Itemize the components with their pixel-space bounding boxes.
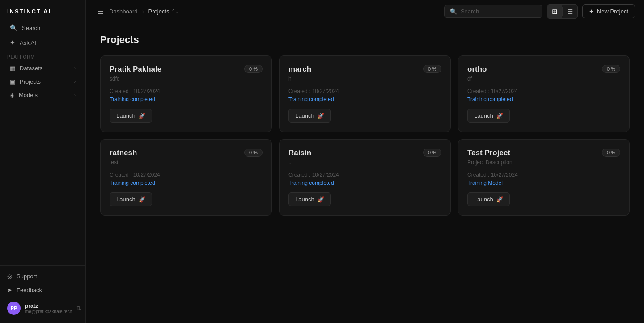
card-status-ortho: Training completed xyxy=(467,96,620,102)
app-logo: INSTINCT AI xyxy=(0,0,85,20)
card-title-raisin: Raisin xyxy=(288,149,311,157)
search-icon-topbar: 🔍 xyxy=(450,8,457,15)
launch-button-ratnesh[interactable]: Launch 🚀 xyxy=(110,192,152,206)
view-toggle: ⊞ ☰ xyxy=(547,4,578,19)
chevron-right-icon: › xyxy=(74,66,76,71)
topbar-right: 🔍 ⊞ ☰ ✦ New Project xyxy=(444,4,635,19)
card-header-test-project: Test Project 0 % xyxy=(467,149,620,157)
sidebar-item-models[interactable]: ◈ Models › xyxy=(3,89,83,102)
card-subtitle-ortho: df xyxy=(467,76,620,82)
card-header-ratnesh: ratnesh 0 % xyxy=(110,149,263,157)
card-badge-march: 0 % xyxy=(423,65,441,73)
card-header-ortho: ortho 0 % xyxy=(467,65,620,74)
project-card-ratnesh[interactable]: ratnesh 0 % test Created : 10/27/2024 Tr… xyxy=(100,139,272,216)
search-bar[interactable]: 🔍 xyxy=(444,5,542,18)
page-title: Projects xyxy=(100,34,630,46)
projects-icon: ▣ xyxy=(10,78,15,85)
chevron-right-icon-3: › xyxy=(74,93,76,98)
sidebar-item-datasets[interactable]: ▦ Datasets › xyxy=(3,62,83,75)
launch-label-pratik-pakhale: Launch xyxy=(116,112,136,119)
sidebar-item-search-label: Search xyxy=(22,25,40,31)
user-info: pratz me@pratikpakhale.tech xyxy=(25,303,72,314)
sidebar-item-support-label: Support xyxy=(17,273,37,280)
list-view-button[interactable]: ☰ xyxy=(563,5,577,18)
card-meta-ortho: Created : 10/27/2024 xyxy=(467,88,620,94)
card-badge-raisin: 0 % xyxy=(423,149,441,157)
card-badge-test-project: 0 % xyxy=(602,149,620,157)
breadcrumb-dashboard[interactable]: Dashboard xyxy=(109,8,138,15)
card-subtitle-test-project: Project Description xyxy=(467,159,620,166)
plus-icon: ✦ xyxy=(589,8,594,15)
search-input[interactable] xyxy=(461,8,537,15)
launch-button-test-project[interactable]: Launch 🚀 xyxy=(467,192,510,206)
card-meta-ratnesh: Created : 10/27/2024 xyxy=(110,172,263,178)
topbar: ☰ Dashboard › Projects ⌃⌄ 🔍 ⊞ ☰ ✦ New Pr… xyxy=(86,0,644,23)
launch-button-march[interactable]: Launch 🚀 xyxy=(288,109,331,123)
card-title-ortho: ortho xyxy=(467,65,487,74)
card-meta-march: Created : 10/27/2024 xyxy=(288,88,441,94)
breadcrumb-separator: › xyxy=(142,8,144,15)
datasets-icon: ▦ xyxy=(10,65,15,72)
main-content: ☰ Dashboard › Projects ⌃⌄ 🔍 ⊞ ☰ ✦ New Pr… xyxy=(86,0,644,323)
card-status-pratik-pakhale: Training completed xyxy=(110,96,263,102)
sidebar-toggle-button[interactable]: ☰ xyxy=(95,5,106,17)
card-title-ratnesh: ratnesh xyxy=(110,149,137,157)
sidebar-item-feedback[interactable]: ➤ Feedback xyxy=(0,283,85,297)
project-card-march[interactable]: march 0 % h Created : 10/27/2024 Trainin… xyxy=(279,55,451,132)
card-meta-raisin: Created : 10/27/2024 xyxy=(288,172,441,178)
new-project-label: New Project xyxy=(597,8,628,15)
feedback-icon: ➤ xyxy=(7,287,12,293)
launch-label-ortho: Launch xyxy=(474,112,493,119)
support-icon: ◎ xyxy=(7,273,12,280)
chevron-right-icon-2: › xyxy=(74,79,76,84)
launch-button-pratik-pakhale[interactable]: Launch 🚀 xyxy=(110,109,152,123)
sidebar-item-datasets-label: Datasets xyxy=(20,65,42,72)
card-subtitle-ratnesh: test xyxy=(110,159,263,166)
launch-button-raisin[interactable]: Launch 🚀 xyxy=(288,192,331,206)
sidebar-item-projects[interactable]: ▣ Projects › xyxy=(3,75,83,88)
launch-icon-march: 🚀 xyxy=(318,113,324,119)
project-card-test-project[interactable]: Test Project 0 % Project Description Cre… xyxy=(458,139,630,216)
project-card-pratik-pakhale[interactable]: Pratik Pakhale 0 % sdfd Created : 10/27/… xyxy=(100,55,272,132)
launch-icon-pratik-pakhale: 🚀 xyxy=(139,113,145,119)
launch-icon-ratnesh: 🚀 xyxy=(139,196,145,203)
models-icon: ◈ xyxy=(10,92,14,98)
card-subtitle-pratik-pakhale: sdfd xyxy=(110,76,263,82)
sidebar-item-ask-ai[interactable]: ✦ Ask AI xyxy=(3,35,83,50)
sidebar-bottom: ◎ Support ➤ Feedback PP pratz me@pratikp… xyxy=(0,265,85,323)
card-subtitle-raisin: .. xyxy=(288,159,441,166)
platform-section-label: Platform xyxy=(0,50,85,61)
sidebar-item-search[interactable]: 🔍 Search xyxy=(3,21,83,35)
user-email: me@pratikpakhale.tech xyxy=(25,309,72,314)
launch-button-ortho[interactable]: Launch 🚀 xyxy=(467,109,510,123)
launch-label-march: Launch xyxy=(295,112,314,119)
sidebar-item-projects-label: Projects xyxy=(20,78,41,85)
new-project-button[interactable]: ✦ New Project xyxy=(582,4,635,18)
card-title-pratik-pakhale: Pratik Pakhale xyxy=(110,65,161,74)
sidebar-item-models-label: Models xyxy=(19,92,38,98)
card-status-march: Training completed xyxy=(288,96,441,102)
card-header-pratik-pakhale: Pratik Pakhale 0 % xyxy=(110,65,263,74)
project-card-raisin[interactable]: Raisin 0 % .. Created : 10/27/2024 Train… xyxy=(279,139,451,216)
card-status-test-project: Training Model xyxy=(467,180,620,186)
card-badge-ratnesh: 0 % xyxy=(244,149,263,157)
search-icon: 🔍 xyxy=(10,24,17,31)
user-name: pratz xyxy=(25,303,72,309)
card-subtitle-march: h xyxy=(288,76,441,82)
grid-view-button[interactable]: ⊞ xyxy=(547,5,562,18)
sidebar-item-support[interactable]: ◎ Support xyxy=(0,269,85,283)
sidebar-platform-nav: ▦ Datasets › ▣ Projects › ◈ Models › xyxy=(0,61,85,102)
launch-icon-raisin: 🚀 xyxy=(318,196,324,203)
breadcrumb-projects[interactable]: Projects ⌃⌄ xyxy=(148,8,179,15)
user-profile-row[interactable]: PP pratz me@pratikpakhale.tech ⇅ xyxy=(0,297,85,319)
card-header-march: march 0 % xyxy=(288,65,441,74)
project-card-ortho[interactable]: ortho 0 % df Created : 10/27/2024 Traini… xyxy=(458,55,630,132)
sidebar-item-feedback-label: Feedback xyxy=(17,287,42,293)
card-title-march: march xyxy=(288,65,311,74)
launch-label-ratnesh: Launch xyxy=(116,196,136,203)
sidebar: INSTINCT AI 🔍 Search ✦ Ask AI Platform ▦… xyxy=(0,0,86,323)
sidebar-nav: 🔍 Search ✦ Ask AI xyxy=(0,20,85,50)
sidebar-item-ask-ai-label: Ask AI xyxy=(20,39,36,46)
card-meta-pratik-pakhale: Created : 10/27/2024 xyxy=(110,88,263,94)
content-area: Projects Pratik Pakhale 0 % sdfd Created… xyxy=(86,23,644,323)
